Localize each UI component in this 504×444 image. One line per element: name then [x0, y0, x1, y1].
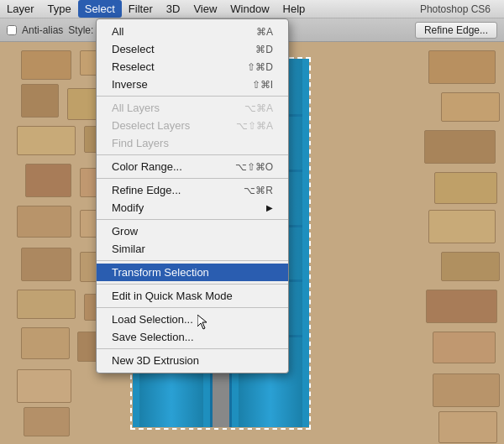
menu-item-grow-label: Grow — [112, 225, 138, 238]
anti-alias-label: Anti-alias — [22, 24, 63, 36]
menu-item-all-layers-label: All Layers — [112, 102, 160, 114]
menu-item-transform-selection[interactable]: Transform Selection — [97, 264, 288, 281]
menu-item-transform-selection-label: Transform Selection — [112, 266, 209, 279]
menu-item-3d-extrusion-label: New 3D Extrusion — [112, 354, 199, 367]
menu-item-deselect-layers-shortcut: ⌥⇧⌘A — [236, 120, 273, 132]
select-dropdown-menu: All ⌘A Deselect ⌘D Reselect ⇧⌘D Inverse … — [96, 18, 289, 373]
menu-item-load-selection-label: Load Selection... — [112, 313, 193, 326]
menu-item-inverse-shortcut: ⇧⌘I — [252, 79, 273, 91]
menu-item-refine-edge-label: Refine Edge... — [112, 184, 181, 196]
menu-item-modify-label: Modify — [112, 201, 144, 214]
separator-8 — [97, 348, 288, 349]
menu-item-reselect-label: Reselect — [112, 60, 155, 73]
menu-item-quick-mask[interactable]: Edit in Quick Mask Mode — [97, 287, 288, 305]
menu-item-color-range[interactable]: Color Range... ⌥⇧⌘O — [97, 158, 288, 175]
menubar-item-layer[interactable]: Layer — [0, 0, 41, 18]
ps-title: Photoshop CS6 — [413, 0, 497, 18]
menubar-item-help[interactable]: Help — [276, 0, 312, 18]
menu-item-inverse[interactable]: Inverse ⇧⌘I — [97, 76, 288, 93]
separator-7 — [97, 307, 288, 308]
separator-5 — [97, 260, 288, 261]
menu-item-all-shortcut: ⌘A — [256, 26, 273, 38]
menubar-item-type[interactable]: Type — [41, 0, 78, 18]
menu-item-refine-edge[interactable]: Refine Edge... ⌥⌘R — [97, 181, 288, 199]
menu-item-refine-edge-shortcut: ⌥⌘R — [244, 185, 273, 196]
menu-item-color-range-shortcut: ⌥⇧⌘O — [235, 161, 273, 173]
menu-item-reselect[interactable]: Reselect ⇧⌘D — [97, 58, 288, 76]
separator-2 — [97, 154, 288, 155]
menu-item-similar-label: Similar — [112, 243, 145, 255]
menu-item-3d-extrusion[interactable]: New 3D Extrusion — [97, 352, 288, 369]
separator-3 — [97, 178, 288, 179]
menu-item-deselect-shortcut: ⌘D — [255, 44, 273, 55]
menu-item-deselect-layers[interactable]: Deselect Layers ⌥⇧⌘A — [97, 117, 288, 134]
menu-item-all-layers-shortcut: ⌥⌘A — [244, 102, 273, 114]
menu-item-all-layers[interactable]: All Layers ⌥⌘A — [97, 99, 288, 117]
menu-item-find-layers-label: Find Layers — [112, 137, 169, 149]
style-label: Style: — [68, 24, 93, 36]
menu-item-inverse-label: Inverse — [112, 78, 148, 91]
menubar-item-filter[interactable]: Filter — [122, 0, 160, 18]
menu-item-save-selection-label: Save Selection... — [112, 331, 194, 343]
menu-item-similar[interactable]: Similar — [97, 240, 288, 258]
separator-6 — [97, 284, 288, 285]
menubar-item-view[interactable]: View — [186, 0, 223, 18]
menu-item-save-selection[interactable]: Save Selection... — [97, 328, 288, 346]
menu-item-quick-mask-label: Edit in Quick Mask Mode — [112, 290, 233, 302]
menu-item-deselect-label: Deselect — [112, 43, 155, 55]
menu-item-deselect[interactable]: Deselect ⌘D — [97, 40, 288, 58]
separator-4 — [97, 219, 288, 220]
refine-edge-button[interactable]: Refine Edge... — [415, 22, 497, 39]
menu-item-all[interactable]: All ⌘A — [97, 23, 288, 40]
menu-item-modify[interactable]: Modify ▶ — [97, 199, 288, 217]
menubar-item-select[interactable]: Select — [78, 0, 122, 18]
menubar-item-3d[interactable]: 3D — [160, 0, 187, 18]
menubar: Layer Type Select Filter 3D View Window … — [0, 0, 504, 18]
separator-1 — [97, 96, 288, 97]
menubar-item-window[interactable]: Window — [223, 0, 276, 18]
menu-item-reselect-shortcut: ⇧⌘D — [247, 61, 273, 73]
menu-item-color-range-label: Color Range... — [112, 160, 182, 173]
menu-item-grow[interactable]: Grow — [97, 222, 288, 240]
menu-item-all-label: All — [112, 25, 123, 38]
menu-item-deselect-layers-label: Deselect Layers — [112, 119, 190, 132]
anti-alias-checkbox[interactable] — [7, 25, 17, 35]
modify-submenu-arrow: ▶ — [266, 203, 273, 212]
menu-item-find-layers[interactable]: Find Layers — [97, 134, 288, 152]
menu-item-load-selection[interactable]: Load Selection... — [97, 311, 288, 328]
